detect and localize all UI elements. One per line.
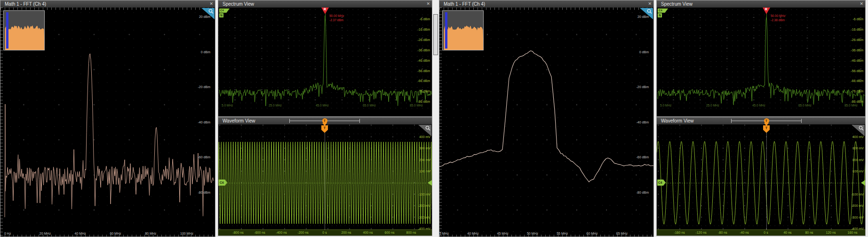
marker-frequency: 50.00 MHz <box>329 14 344 18</box>
math-window-titlebar[interactable]: Math 1 - FFT (Ch 4) ✕ <box>0 0 215 8</box>
magnifier-icon <box>208 8 214 15</box>
left-ruler <box>0 8 3 237</box>
axis-tick-label: -80 ns <box>715 231 731 234</box>
axis-tick-label: 80 ns <box>801 231 817 234</box>
spectrum-waveform-stack: Spectrum View ✕ C4 N R 50.00 MHz -2.38 d… <box>656 0 866 236</box>
ground-reference-line <box>227 183 426 183</box>
ground-reference-line <box>665 183 860 183</box>
trigger-level-arrow-icon[interactable] <box>428 180 432 186</box>
waveform-plot[interactable]: C4 400 mV300 mV200 mV100 mV-100 mV-200 m… <box>218 124 432 229</box>
marker-amplitude: -2.37 dBm <box>329 18 344 22</box>
top-ruler <box>0 8 215 10</box>
spectrum-view-window: Spectrum View ✕ C4 N R 50.00 MHz -2.38 d… <box>656 0 866 117</box>
spectrum-trace <box>657 8 865 109</box>
axis-tick-label: -160 ns <box>671 231 687 234</box>
reference-marker-label: R <box>324 8 326 11</box>
reference-marker-label: R <box>765 8 767 11</box>
axis-tick-label: 400 ns <box>360 231 376 234</box>
thumbnail-trace <box>443 11 483 50</box>
top-ruler <box>439 8 653 10</box>
waveform-view-window: Waveform View T T C4 400 mV300 mV20 <box>656 117 866 236</box>
axis-tick-label: -200 ns <box>295 231 311 234</box>
trigger-level-arrow-icon[interactable] <box>861 180 865 186</box>
math-fft-plot[interactable]: 20 dBm0 dBm-20 dBm-40 dBm-60 dBm-80 dBm … <box>439 8 653 237</box>
fft-overview-thumbnail[interactable] <box>3 10 45 50</box>
waveform-view-title: Waveform View <box>223 118 255 123</box>
close-icon[interactable]: ✕ <box>648 0 652 8</box>
spectrum-plot[interactable]: C4 N R 50.00 MHz -2.38 dBm -6 dBm-16 dBm… <box>657 8 865 109</box>
marker-line <box>325 14 326 18</box>
axis-tick-label: 120 ns <box>823 231 839 234</box>
close-icon[interactable]: ✕ <box>209 0 213 8</box>
bottom-ruler <box>439 235 653 237</box>
oscilloscope-screen: { "colors": { "fft_trace": "#cba18f", "f… <box>0 0 868 237</box>
close-icon[interactable]: ✕ <box>426 0 430 8</box>
marker-readout: 50.00 MHz -2.37 dBm <box>329 14 344 22</box>
spectrum-trace <box>218 8 432 109</box>
axis-tick-label: -120 ns <box>693 231 709 234</box>
spectrum-view-title: Spectrum View <box>223 1 254 7</box>
thumbnail-trace <box>4 11 44 50</box>
axis-tick-label: 40 ns <box>780 231 796 234</box>
spectrum-view-title: Spectrum View <box>661 1 693 7</box>
fft-overview-thumbnail[interactable] <box>442 10 484 50</box>
marker-amplitude: -2.38 dBm <box>771 18 785 22</box>
trace-type-badge[interactable]: N <box>219 13 223 17</box>
math-window-title: Math 1 - FFT (Ch 4) <box>5 1 46 7</box>
magnifier-icon <box>858 125 864 131</box>
spectrum-view-titlebar[interactable]: Spectrum View ✕ <box>218 0 432 8</box>
waveform-x-axis: -160 ns-120 ns-80 ns-40 ns0 s40 ns80 ns1… <box>657 229 865 236</box>
waveform-x-axis: -800 ns-600 ns-400 ns-200 ns0 s200 ns400… <box>218 229 432 236</box>
axis-tick-label: 600 ns <box>382 231 398 234</box>
math-fft-window: Math 1 - FFT (Ch 4) ✕ 20 dBm0 dBm-20 dBm… <box>0 0 215 237</box>
axis-tick-label: -600 ns <box>252 231 268 234</box>
left-panel-group: Math 1 - FFT (Ch 4) ✕ 20 dBm0 dBm-20 dBm… <box>0 0 432 237</box>
axis-tick-label: 0 s <box>317 231 333 234</box>
bottom-ruler <box>0 235 215 237</box>
waveform-plot[interactable]: C4 400 mV300 mV200 mV100 mV-100 mV-200 m… <box>657 124 865 229</box>
left-ruler <box>439 8 442 237</box>
waveform-view-window: Waveform View T T C4 400 mV300 mV20 <box>218 117 432 236</box>
spectrum-view-window: Spectrum View ✕ C4 N R 50.00 MHz -2.37 d… <box>218 0 432 117</box>
axis-tick-label: 0 s <box>758 231 774 234</box>
math-fft-window: Math 1 - FFT (Ch 4) ✕ 20 dBm0 dBm-20 dBm… <box>439 0 654 237</box>
math-fft-plot[interactable]: 20 dBm0 dBm-20 dBm-40 dBm-60 dBm-80 dBm … <box>0 8 215 237</box>
waveform-view-title: Waveform View <box>661 118 693 123</box>
marker-readout: 50.00 MHz -2.38 dBm <box>771 14 785 22</box>
trace-type-badge[interactable]: N <box>658 13 662 17</box>
axis-tick-label: 800 ns <box>403 231 419 234</box>
axis-tick-label: -800 ns <box>230 231 246 234</box>
scrollbar-thumb[interactable] <box>433 14 438 55</box>
spectrum-view-titlebar[interactable]: Spectrum View ✕ <box>657 0 865 8</box>
trigger-position-line <box>766 133 767 229</box>
close-icon[interactable]: ✕ <box>860 0 863 8</box>
horizontal-position-slider[interactable]: T <box>731 119 802 123</box>
axis-tick-label: -400 ns <box>273 231 289 234</box>
magnifier-icon <box>646 8 653 15</box>
waveform-trace <box>657 124 865 229</box>
spectrum-waveform-stack: Spectrum View ✕ C4 N R 50.00 MHz -2.37 d… <box>218 0 432 236</box>
marker-frequency: 50.00 MHz <box>771 14 785 18</box>
axis-tick-label: -40 ns <box>736 231 752 234</box>
math-window-titlebar[interactable]: Math 1 - FFT (Ch 4) ✕ <box>439 0 653 8</box>
axis-tick-label: 200 ns <box>338 231 354 234</box>
horizontal-position-slider[interactable]: T <box>289 119 360 123</box>
axis-tick-label: 160 ns <box>844 231 860 234</box>
waveform-trace <box>218 124 432 229</box>
math-window-title: Math 1 - FFT (Ch 4) <box>444 1 485 7</box>
trigger-position-line <box>325 133 325 229</box>
magnifier-icon <box>425 125 431 131</box>
spectrum-plot[interactable]: C4 N R 50.00 MHz -2.37 dBm -6 dBm-16 dBm… <box>218 8 432 109</box>
right-panel-group: Math 1 - FFT (Ch 4) ✕ 20 dBm0 dBm-20 dBm… <box>439 0 866 237</box>
marker-line <box>766 14 767 18</box>
